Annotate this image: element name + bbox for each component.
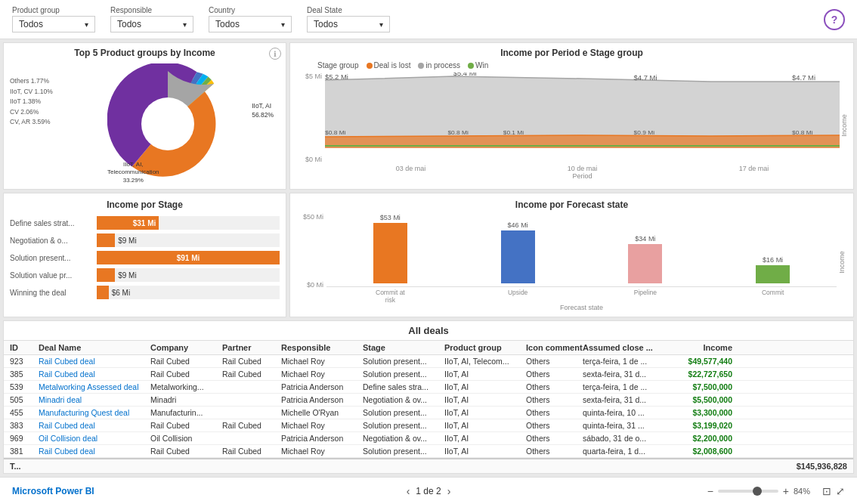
chart-body: $5.2 Mi $5.4 Mi $4.7 Mi $4.7 Mi $0.8 Mi … bbox=[325, 73, 840, 178]
forecast-y-label: Income bbox=[837, 213, 847, 311]
donut-bottom-label: IIoT, AI, Telecommunication 33.29% bbox=[107, 161, 159, 184]
svg-text:$5.2 Mi: $5.2 Mi bbox=[325, 73, 348, 81]
table-body: 923 Rail Cubed deal Rail Cubed Rail Cube… bbox=[4, 355, 853, 458]
info-icon[interactable]: ℹ bbox=[269, 48, 281, 60]
responsible-arrow: ▾ bbox=[183, 20, 187, 29]
product-group-value: Todos bbox=[19, 19, 43, 29]
all-deals-panel: All deals ID Deal Name Company Partner R… bbox=[3, 320, 854, 474]
zoom-slider-thumb[interactable] bbox=[753, 487, 762, 496]
forecast-chart-area: $50 Mi $0 Mi $53 Mi $46 Mi bbox=[296, 213, 847, 311]
table-row[interactable]: 505 Minadri deal Minadri Patricia Anders… bbox=[4, 394, 853, 407]
table-row[interactable]: 923 Rail Cubed deal Rail Cubed Rail Cube… bbox=[4, 355, 853, 368]
deal-state-filter: Deal State Todos ▾ bbox=[307, 6, 390, 32]
legend-win: Win bbox=[468, 61, 488, 70]
table-total-row: T... $145,936,828 bbox=[4, 458, 853, 473]
stage-bar-3-label: Solution present... bbox=[10, 254, 97, 262]
svg-text:$4.7 Mi: $4.7 Mi bbox=[634, 74, 657, 82]
total-income: $145,936,828 bbox=[779, 462, 847, 471]
table-row[interactable]: 969 Oil Collision deal Oil Collision Pat… bbox=[4, 432, 853, 445]
stage-bar-3: Solution present... $91 Mi bbox=[10, 251, 280, 264]
col-header-income: Income bbox=[664, 343, 732, 352]
deal-state-arrow: ▾ bbox=[379, 20, 383, 29]
fullscreen-icon[interactable]: ⤢ bbox=[836, 485, 845, 497]
top-row: Top 5 Product groups by Income ℹ Others … bbox=[3, 42, 854, 190]
col-header-id: ID bbox=[10, 343, 39, 352]
y-axis-label: Income bbox=[840, 73, 849, 178]
forecast-bar-3: $34 Mi bbox=[628, 235, 662, 283]
main-content: Top 5 Product groups by Income ℹ Others … bbox=[0, 39, 857, 477]
stage-bar-1: Define sales strat... $31 Mi bbox=[10, 216, 280, 230]
stage-bar-1-fill: $31 Mi bbox=[97, 216, 159, 230]
table-row[interactable]: 455 Manufacturing Quest deal Manufacturi… bbox=[4, 407, 853, 419]
stage-bar-2: Negotiation & o... $9 Mi bbox=[10, 233, 280, 247]
stage-bar-5-label: Winning the deal bbox=[10, 289, 97, 297]
table-row[interactable]: 381 Rail Cubed deal Rail Cubed Rail Cube… bbox=[4, 445, 853, 458]
next-page-button[interactable]: › bbox=[447, 485, 451, 497]
forecast-bar-2: $46 Mi bbox=[501, 221, 535, 283]
forecast-bars-container: $53 Mi $46 Mi $34 Mi bbox=[326, 213, 837, 311]
prev-page-button[interactable]: ‹ bbox=[407, 485, 410, 497]
svg-point-0 bbox=[141, 97, 194, 150]
responsible-select[interactable]: Todos ▾ bbox=[110, 16, 193, 32]
table-col-headers: ID Deal Name Company Partner Responsible… bbox=[4, 341, 853, 355]
help-button[interactable]: ? bbox=[824, 9, 845, 30]
country-select[interactable]: Todos ▾ bbox=[209, 16, 292, 32]
col-header-stage: Stage bbox=[363, 343, 444, 352]
period-legend: Stage group Deal is lost in process Win bbox=[317, 61, 849, 70]
forecast-x-labels: Commit atrisk Upside Pipeline Commit bbox=[326, 289, 837, 304]
stage-bar-3-track: $91 Mi bbox=[97, 251, 280, 264]
zoom-plus-button[interactable]: + bbox=[783, 485, 789, 497]
col-header-product: Product group bbox=[444, 343, 526, 352]
stage-bar-4: Solution value pr... $9 Mi bbox=[10, 268, 280, 282]
fit-page-icon[interactable]: ⊡ bbox=[822, 485, 831, 497]
col-header-responsible: Responsible bbox=[281, 343, 363, 352]
product-group-label: Product group bbox=[12, 6, 95, 14]
zoom-slider-track[interactable] bbox=[718, 490, 778, 493]
svg-text:$0.9 Mi: $0.9 Mi bbox=[634, 129, 655, 136]
zoom-controls: − + 84% ⊡ ⤢ bbox=[707, 485, 845, 497]
stage-bar-2-label: Negotiation & o... bbox=[10, 237, 97, 245]
donut-panel: Top 5 Product groups by Income ℹ Others … bbox=[3, 42, 286, 190]
svg-text:$5.4 Mi: $5.4 Mi bbox=[453, 73, 477, 77]
svg-text:$0.8 Mi: $0.8 Mi bbox=[792, 129, 813, 136]
x-axis-title: Period bbox=[325, 172, 840, 180]
period-title: Income por Period e Stage group bbox=[295, 48, 849, 58]
donut-left-labels: Others 1.77% IIoT, CV 1.10% IIoT 1.38% C… bbox=[10, 76, 53, 128]
deal-state-label: Deal State bbox=[307, 6, 390, 14]
page-navigation: ‹ 1 de 2 › bbox=[407, 485, 451, 497]
product-group-select[interactable]: Todos ▾ bbox=[12, 16, 95, 32]
svg-text:$0.1 Mi: $0.1 Mi bbox=[503, 129, 524, 136]
legend-in-process: in process bbox=[418, 61, 460, 70]
stage-bar-2-fill bbox=[97, 233, 115, 247]
country-value: Todos bbox=[215, 19, 240, 29]
legend-lost: Deal is lost bbox=[367, 61, 411, 70]
table-row[interactable]: 385 Rail Cubed deal Rail Cubed Rail Cube… bbox=[4, 368, 853, 381]
x-axis-labels: 03 de mai 10 de mai 17 de mai bbox=[325, 165, 840, 172]
forecast-title: Income por Forecast state bbox=[296, 199, 847, 210]
powerbi-link[interactable]: Microsoft Power BI bbox=[12, 486, 94, 496]
total-label: T... bbox=[10, 462, 779, 471]
donut-right-label: IIoT, AI 56.82% bbox=[252, 102, 274, 120]
bottom-bar: Microsoft Power BI ‹ 1 de 2 › − + 84% ⊡ … bbox=[0, 477, 857, 504]
table-row[interactable]: 539 Metalworking Assessed deal Metalwork… bbox=[4, 381, 853, 394]
zoom-minus-button[interactable]: − bbox=[707, 485, 713, 497]
stage-bars: Define sales strat... $31 Mi Negotiation… bbox=[10, 216, 280, 299]
deal-state-value: Todos bbox=[314, 19, 338, 29]
forecast-x-title: Forecast state bbox=[326, 304, 837, 311]
top-bar: Product group Todos ▾ Responsible Todos … bbox=[0, 0, 857, 39]
responsible-value: Todos bbox=[117, 19, 141, 29]
country-arrow: ▾ bbox=[281, 20, 285, 29]
responsible-filter: Responsible Todos ▾ bbox=[110, 6, 193, 32]
legend-stage-label: Stage group bbox=[317, 61, 359, 70]
deal-state-select[interactable]: Todos ▾ bbox=[307, 16, 390, 32]
product-group-arrow: ▾ bbox=[85, 20, 88, 29]
donut-container: Others 1.77% IIoT, CV 1.10% IIoT 1.38% C… bbox=[8, 61, 281, 186]
svg-text:$4.7 Mi: $4.7 Mi bbox=[792, 74, 815, 82]
country-label: Country bbox=[209, 6, 292, 14]
table-row[interactable]: 383 Rail Cubed deal Rail Cubed Rail Cube… bbox=[4, 419, 853, 432]
col-header-icon: Icon comment bbox=[526, 343, 583, 352]
forecast-bar-4: $16 Mi bbox=[756, 256, 790, 283]
svg-text:$0.8 Mi: $0.8 Mi bbox=[447, 129, 469, 136]
donut-title: Top 5 Product groups by Income bbox=[8, 48, 281, 58]
svg-text:$0.8 Mi: $0.8 Mi bbox=[325, 129, 346, 136]
